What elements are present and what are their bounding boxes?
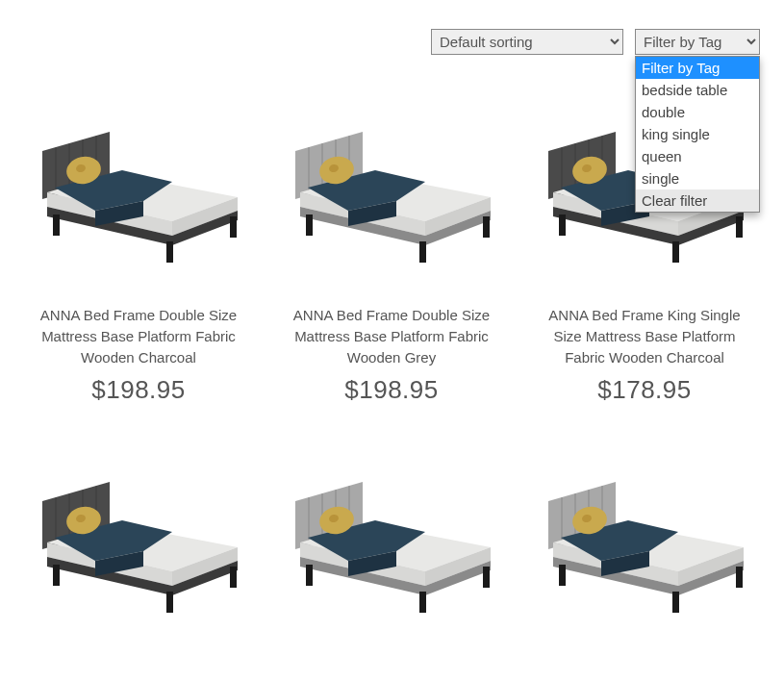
product-title: ANNA Bed Frame King Single Size Mattress… — [534, 305, 755, 367]
svg-rect-49 — [559, 565, 566, 586]
tag-filter-option[interactable]: single — [636, 167, 759, 189]
product-price: $178.95 — [530, 375, 759, 405]
svg-rect-50 — [672, 592, 679, 613]
tag-filter-option[interactable]: Clear filter — [636, 189, 759, 212]
svg-rect-42 — [483, 567, 490, 588]
svg-rect-13 — [306, 214, 313, 236]
svg-rect-32 — [166, 592, 173, 613]
sort-select[interactable]: Default sorting — [431, 29, 623, 55]
svg-rect-5 — [166, 241, 173, 263]
tag-filter-option[interactable]: Filter by Tag — [636, 57, 759, 79]
product-image — [277, 434, 506, 645]
svg-rect-22 — [559, 214, 566, 236]
product-image — [24, 434, 253, 645]
product-card[interactable] — [24, 434, 253, 645]
svg-rect-14 — [419, 241, 426, 263]
product-title: ANNA Bed Frame Double Size Mattress Base… — [281, 305, 502, 367]
svg-rect-33 — [230, 567, 237, 588]
tag-filter-option[interactable]: bedside table — [636, 79, 759, 101]
product-price: $198.95 — [24, 375, 253, 405]
tag-filter-select[interactable]: Filter by Tag — [635, 29, 760, 55]
filter-controls: Default sorting Filter by Tag — [24, 29, 760, 55]
product-card[interactable] — [530, 434, 759, 645]
svg-rect-24 — [736, 216, 743, 238]
product-card[interactable]: ANNA Bed Frame Double Size Mattress Base… — [24, 84, 253, 405]
svg-rect-41 — [419, 592, 426, 613]
tag-filter-option[interactable]: king single — [636, 123, 759, 145]
svg-rect-4 — [53, 214, 60, 236]
product-card[interactable]: ANNA Bed Frame Double Size Mattress Base… — [277, 84, 506, 405]
product-image — [24, 84, 253, 295]
product-image — [277, 84, 506, 295]
svg-rect-40 — [306, 565, 313, 586]
svg-rect-23 — [672, 241, 679, 263]
product-image — [530, 434, 759, 645]
product-card[interactable] — [277, 434, 506, 645]
product-price: $198.95 — [277, 375, 506, 405]
tag-filter-option[interactable]: double — [636, 101, 759, 123]
svg-rect-51 — [736, 567, 743, 588]
tag-filter-dropdown[interactable]: Filter by Tagbedside tabledoubleking sin… — [635, 56, 760, 213]
tag-filter-option[interactable]: queen — [636, 145, 759, 167]
svg-rect-15 — [483, 216, 490, 238]
svg-rect-6 — [230, 216, 237, 238]
product-title: ANNA Bed Frame Double Size Mattress Base… — [28, 305, 249, 367]
svg-rect-31 — [53, 565, 60, 586]
